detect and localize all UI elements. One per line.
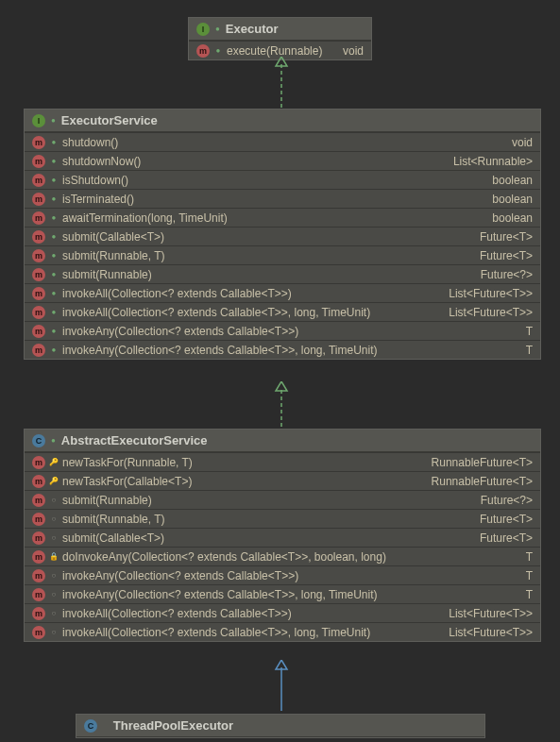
extends-arrow (274, 660, 289, 713)
class-title: ThreadPoolExecutor (113, 718, 233, 733)
method-row[interactable]: m●invokeAny(Collection<? extends Callabl… (25, 340, 540, 359)
method-icon: m (32, 588, 45, 601)
method-row[interactable]: m○submit(Runnable)Future<?> (25, 490, 540, 509)
open-icon: ○ (49, 609, 59, 618)
method-row[interactable]: m○submit(Callable<T>)Future<T> (25, 528, 540, 547)
method-icon: m (32, 287, 45, 300)
class-thread-pool-executor[interactable]: C ● ThreadPoolExecutor (76, 714, 485, 738)
method-signature: invokeAny(Collection<? extends Callable<… (62, 569, 517, 582)
method-row[interactable]: m🔑newTaskFor(Callable<T>)RunnableFuture<… (25, 471, 540, 490)
method-return: Future<T> (474, 249, 533, 262)
class-header: C ● ThreadPoolExecutor (76, 715, 484, 737)
method-signature: submit(Callable<T>) (62, 230, 470, 244)
method-row[interactable]: m●invokeAll(Collection<? extends Callabl… (25, 302, 540, 321)
method-row[interactable]: m●awaitTermination(long, TimeUnit)boolea… (25, 208, 540, 227)
interface-icon: I (32, 114, 45, 127)
implements-arrow (274, 381, 289, 429)
method-row[interactable]: m○invokeAny(Collection<? extends Callabl… (25, 584, 540, 603)
method-return: List<Runnable> (448, 155, 533, 168)
abstract-marker-icon: ● (49, 308, 59, 317)
method-row[interactable]: m●submit(Callable<T>)Future<T> (25, 227, 540, 245)
class-title: ExecutorService (61, 113, 158, 127)
open-icon: ○ (49, 533, 59, 543)
implements-arrow (274, 57, 289, 110)
open-icon: ○ (49, 628, 59, 637)
method-signature: invokeAny(Collection<? extends Callable<… (62, 325, 517, 338)
method-icon: m (32, 211, 45, 225)
class-header: I ● ExecutorService (25, 110, 540, 132)
method-return: boolean (486, 193, 533, 206)
abstract-marker-icon: ● (51, 116, 56, 125)
method-row[interactable]: m●isTerminated()boolean (25, 189, 540, 208)
class-title: AbstractExecutorService (61, 433, 208, 447)
interface-icon: I (196, 23, 210, 36)
method-icon: m (32, 193, 45, 206)
method-return: List<Future<T>> (443, 287, 533, 300)
class-abstract-executor-service[interactable]: C ● AbstractExecutorService m🔑newTaskFor… (24, 429, 541, 642)
method-signature: isTerminated() (62, 193, 483, 206)
method-icon: m (32, 155, 45, 168)
method-signature: submit(Runnable) (62, 268, 471, 281)
abstract-marker-icon: ● (49, 232, 59, 242)
method-row[interactable]: m ● execute(Runnable) void (189, 41, 371, 59)
class-icon: C (32, 434, 45, 447)
method-row[interactable]: m●submit(Runnable)Future<?> (25, 264, 540, 283)
method-return: T (520, 550, 533, 564)
method-return: T (520, 569, 533, 582)
method-row[interactable]: m●invokeAny(Collection<? extends Callabl… (25, 321, 540, 340)
method-return: void (337, 44, 364, 58)
method-signature: doInvokeAny(Collection<? extends Callabl… (62, 550, 517, 564)
method-return: Future<?> (475, 494, 533, 507)
method-icon: m (32, 475, 45, 488)
abstract-marker-icon: ● (49, 194, 59, 204)
method-icon: m (32, 531, 45, 545)
method-row[interactable]: m●shutdown()void (25, 132, 540, 151)
method-row[interactable]: m🔑newTaskFor(Runnable, T)RunnableFuture<… (25, 452, 540, 471)
abstract-marker-icon: ● (49, 138, 59, 147)
method-signature: invokeAll(Collection<? extends Callable<… (62, 626, 439, 639)
method-row[interactable]: m○invokeAny(Collection<? extends Callabl… (25, 565, 540, 584)
method-row[interactable]: m🔒doInvokeAny(Collection<? extends Calla… (25, 547, 540, 565)
method-row[interactable]: m○submit(Runnable, T)Future<T> (25, 509, 540, 528)
abstract-marker-icon: ● (49, 270, 59, 279)
method-row[interactable]: m○invokeAll(Collection<? extends Callabl… (25, 603, 540, 622)
method-row[interactable]: m●isShutdown()boolean (25, 170, 540, 189)
method-return: Future<?> (475, 268, 533, 281)
method-signature: newTaskFor(Runnable, T) (62, 456, 422, 469)
class-executor-service[interactable]: I ● ExecutorService m●shutdown()voidm●sh… (24, 109, 541, 360)
abstract-marker-icon: ● (213, 46, 223, 56)
method-row[interactable]: m●invokeAll(Collection<? extends Callabl… (25, 283, 540, 302)
method-signature: invokeAny(Collection<? extends Callable<… (62, 344, 517, 357)
open-icon: ○ (49, 571, 59, 581)
method-signature: newTaskFor(Callable<T>) (62, 475, 422, 488)
method-row[interactable]: m○invokeAll(Collection<? extends Callabl… (25, 622, 540, 641)
method-icon: m (32, 174, 45, 187)
abstract-marker-icon: ● (49, 213, 59, 223)
method-return: void (506, 136, 533, 149)
abstract-marker-icon: ● (49, 346, 59, 355)
method-signature: submit(Runnable) (62, 494, 471, 507)
method-return: RunnableFuture<T> (426, 475, 533, 488)
method-signature: invokeAll(Collection<? extends Callable<… (62, 306, 439, 319)
key-icon: 🔑 (49, 458, 59, 467)
method-row[interactable]: m●shutdownNow()List<Runnable> (25, 151, 540, 170)
method-return: Future<T> (474, 531, 533, 545)
method-icon: m (32, 249, 45, 262)
method-icon: m (32, 626, 45, 639)
abstract-marker-icon: ● (51, 436, 56, 445)
method-icon: m (196, 44, 210, 58)
method-signature: submit(Callable<T>) (62, 531, 470, 545)
method-row[interactable]: m●submit(Runnable, T)Future<T> (25, 245, 540, 264)
method-icon: m (32, 268, 45, 281)
method-signature: isShutdown() (62, 174, 483, 187)
method-return: List<Future<T>> (443, 607, 533, 620)
abstract-marker-icon: ● (49, 327, 59, 336)
method-signature: invokeAny(Collection<? extends Callable<… (62, 588, 517, 601)
class-header: I ● Executor (189, 18, 371, 41)
method-return: List<Future<T>> (443, 306, 533, 319)
method-icon: m (32, 607, 45, 620)
class-executor[interactable]: I ● Executor m ● execute(Runnable) void (188, 17, 372, 60)
method-signature: shutdownNow() (62, 155, 444, 168)
method-icon: m (32, 456, 45, 469)
method-icon: m (32, 569, 45, 582)
